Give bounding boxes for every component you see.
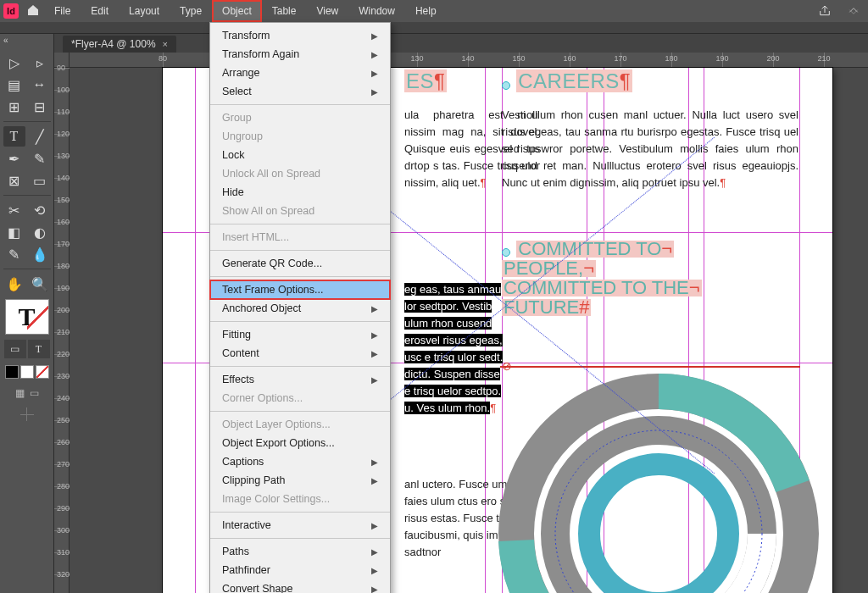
menu-item-label: Unlock All on Spread <box>222 168 320 180</box>
menu-view[interactable]: View <box>306 0 348 22</box>
menu-table[interactable]: Table <box>262 0 307 22</box>
gap-tool-icon[interactable]: ↔ <box>29 75 51 95</box>
menu-item-text-frame-options[interactable]: Text Frame Options... <box>210 280 390 299</box>
menu-item-ungroup: Ungroup <box>210 127 390 146</box>
menu-item-object-layer-options: Object Layer Options... <box>210 415 390 434</box>
menu-item-convert-shape[interactable]: Convert Shape▶ <box>210 579 390 593</box>
menu-item-lock[interactable]: Lock <box>210 146 390 164</box>
menu-item-label: Transform Again <box>222 48 299 60</box>
line-tool-icon[interactable]: ╱ <box>29 126 51 147</box>
menu-item-select[interactable]: Select▶ <box>210 82 390 101</box>
menu-item-label: Convert Shape <box>222 583 292 593</box>
page-tool-icon[interactable]: ▤ <box>3 75 25 95</box>
home-icon[interactable] <box>22 3 44 19</box>
menu-item-label: Transform <box>222 30 270 42</box>
menu-separator <box>210 512 390 513</box>
document-tab-title: *Flyer-A4 @ 100% <box>71 38 156 50</box>
menu-item-label: Hide <box>222 186 244 198</box>
menu-item-generate-qr-code[interactable]: Generate QR Code... <box>210 254 390 273</box>
selected-text-line: e trisq uelor sedtpo. <box>404 385 501 397</box>
menu-item-anchored-object[interactable]: Anchored Object▶ <box>210 299 390 318</box>
workspace-switcher-icon[interactable] <box>839 0 868 22</box>
rectangle-frame-tool-icon[interactable]: ⊠ <box>3 170 25 191</box>
submenu-arrow-icon: ▶ <box>371 476 378 485</box>
panel-collapse-icon[interactable]: « <box>3 36 8 45</box>
rectangle-tool-icon[interactable]: ▭ <box>29 170 51 191</box>
submenu-arrow-icon: ▶ <box>371 521 378 530</box>
menu-item-fitting[interactable]: Fitting▶ <box>210 325 390 344</box>
menu-object[interactable]: Object <box>212 0 262 22</box>
vertical-ruler[interactable]: 9010011012013014015016017018019020021022… <box>54 68 70 593</box>
heading-commit: COMMITTED TO¬ PEOPLE,¬ COMMITTED TO THE¬… <box>502 241 702 319</box>
menu-item-label: Image Color Settings... <box>222 493 330 505</box>
screen-mode-grid-icon[interactable] <box>20 407 34 421</box>
menu-item-transform-again[interactable]: Transform Again▶ <box>210 45 390 64</box>
share-icon[interactable] <box>810 0 839 22</box>
selection-tool-icon[interactable]: ▷ <box>3 53 25 73</box>
menu-item-object-export-options[interactable]: Object Export Options... <box>210 434 390 452</box>
direct-selection-tool-icon[interactable]: ▹ <box>29 53 51 73</box>
menu-item-pathfinder[interactable]: Pathfinder▶ <box>210 561 390 579</box>
menu-item-captions[interactable]: Captions▶ <box>210 452 390 471</box>
content-collector-tool-icon[interactable]: ⊞ <box>3 97 25 117</box>
close-icon[interactable]: × <box>163 39 168 49</box>
menu-item-label: Paths <box>222 546 249 557</box>
content-placer-tool-icon[interactable]: ⊟ <box>29 97 51 117</box>
formatting-text-icon[interactable]: T <box>28 340 50 358</box>
menu-window[interactable]: Window <box>348 0 405 22</box>
menu-help[interactable]: Help <box>405 0 447 22</box>
horizontal-ruler[interactable]: 8090100110120130140150160170180190200210 <box>70 53 868 68</box>
menu-item-label: Interactive <box>222 519 271 531</box>
menu-item-transform[interactable]: Transform▶ <box>210 26 390 45</box>
pen-tool-icon[interactable]: ✒ <box>3 148 25 169</box>
menu-item-label: Generate QR Code... <box>222 258 322 269</box>
menu-item-effects[interactable]: Effects▶ <box>210 370 390 389</box>
selected-text-line: erosvel risus egeas, <box>404 334 503 346</box>
document-tab[interactable]: *Flyer-A4 @ 100% × <box>63 36 176 53</box>
menu-separator <box>210 366 390 367</box>
gradient-swatch-tool-icon[interactable]: ◧ <box>3 222 25 242</box>
menu-item-interactive[interactable]: Interactive▶ <box>210 516 390 535</box>
fill-stroke-swatches[interactable] <box>5 365 49 379</box>
menu-item-group: Group <box>210 108 390 127</box>
submenu-arrow-icon: ▶ <box>371 349 378 358</box>
eyedropper-tool-icon[interactable]: 💧 <box>29 244 51 264</box>
menu-separator <box>210 250 390 251</box>
menu-item-label: Lock <box>222 149 244 161</box>
menu-item-label: Captions <box>222 456 264 468</box>
menu-item-hide[interactable]: Hide <box>210 183 390 202</box>
selected-text-line: dictu. Suspen disse <box>404 368 500 380</box>
menu-type[interactable]: Type <box>170 0 212 22</box>
selected-text-line: lor sedtpor. Vestib <box>404 300 492 313</box>
document-canvas[interactable]: ES¶ ula pharetra est molli nissim mag na… <box>70 68 868 593</box>
note-tool-icon[interactable]: ✎ <box>3 244 25 264</box>
formatting-container-icon[interactable]: ▭ <box>4 340 26 358</box>
screen-mode-icon[interactable]: ▭ <box>30 387 39 399</box>
type-tool-icon[interactable]: T <box>3 126 25 147</box>
scissors-tool-icon[interactable]: ✂ <box>3 200 25 220</box>
zoom-tool-icon[interactable]: 🔍 <box>29 274 51 294</box>
pencil-tool-icon[interactable]: ✎ <box>29 148 51 169</box>
menu-item-content[interactable]: Content▶ <box>210 344 390 363</box>
menu-separator <box>210 104 390 105</box>
heading-right: CAREERS¶ <box>502 73 632 93</box>
view-mode-icon[interactable]: ▦ <box>15 387 25 399</box>
menu-file[interactable]: File <box>44 0 81 22</box>
menu-item-label: Text Frame Options... <box>222 284 323 296</box>
submenu-arrow-icon: ▶ <box>371 375 378 385</box>
menu-item-paths[interactable]: Paths▶ <box>210 542 390 561</box>
text-frame-edge <box>500 366 800 368</box>
submenu-arrow-icon: ▶ <box>371 547 378 557</box>
default-formatting-icon[interactable]: T <box>5 299 49 335</box>
thread-in-port-icon[interactable] <box>502 81 510 90</box>
menu-item-clipping-path[interactable]: Clipping Path▶ <box>210 471 390 490</box>
app-menubar: Id FileEditLayoutTypeObjectTableViewWind… <box>0 0 868 22</box>
menu-layout[interactable]: Layout <box>119 0 170 22</box>
menu-item-arrange[interactable]: Arrange▶ <box>210 64 390 82</box>
hand-tool-icon[interactable]: ✋ <box>3 274 25 294</box>
menu-edit[interactable]: Edit <box>81 0 119 22</box>
menu-item-label: Pathfinder <box>222 564 270 576</box>
thread-in-port-icon[interactable] <box>502 248 510 257</box>
gradient-feather-tool-icon[interactable]: ◐ <box>29 222 51 242</box>
free-transform-tool-icon[interactable]: ⟲ <box>29 200 51 220</box>
